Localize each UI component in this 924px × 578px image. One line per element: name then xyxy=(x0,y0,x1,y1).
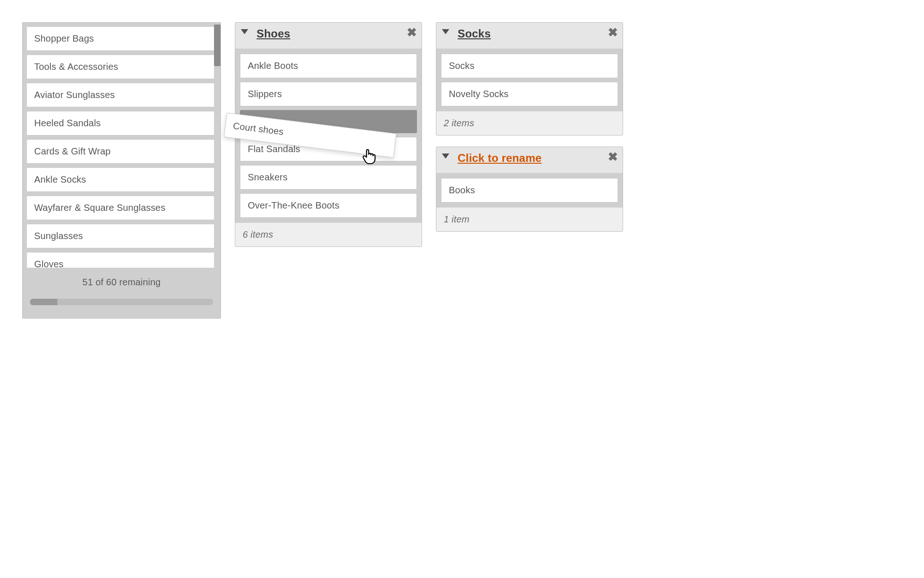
group-item[interactable]: Sneakers xyxy=(240,165,417,190)
group-header: Click to rename ✖ xyxy=(436,147,623,173)
source-item[interactable]: Ankle Socks xyxy=(26,167,217,192)
scrollbar-track[interactable] xyxy=(214,23,220,268)
svg-marker-2 xyxy=(442,154,449,159)
group-body[interactable]: Ankle BootsSlippersFlat SandalsSneakersO… xyxy=(235,49,422,222)
source-item[interactable]: Cards & Gift Wrap xyxy=(26,139,217,164)
group-item-count: 2 items xyxy=(436,111,623,135)
group-title[interactable]: Shoes xyxy=(257,27,290,40)
group-item[interactable]: Novelty Socks xyxy=(441,82,618,106)
progress-bar xyxy=(30,299,213,305)
group-item[interactable]: Flat Sandals xyxy=(240,137,417,161)
svg-marker-1 xyxy=(442,29,449,34)
group-title[interactable]: Socks xyxy=(458,27,491,40)
group-panel-shoes: Shoes ✖ Ankle BootsSlippersFlat SandalsS… xyxy=(235,22,422,247)
group-header: Shoes ✖ xyxy=(235,23,422,49)
group-body[interactable]: Books xyxy=(436,173,623,207)
group-item[interactable]: Ankle Boots xyxy=(240,54,417,78)
group-item-count: 6 items xyxy=(235,222,422,246)
svg-marker-0 xyxy=(241,29,248,34)
close-icon[interactable]: ✖ xyxy=(407,26,417,38)
close-icon[interactable]: ✖ xyxy=(608,151,618,163)
group-header: Socks ✖ xyxy=(436,23,623,49)
close-icon[interactable]: ✖ xyxy=(608,26,618,38)
scrollbar-thumb[interactable] xyxy=(214,25,220,66)
source-item[interactable]: Aviator Sunglasses xyxy=(26,83,217,107)
group-item[interactable]: Books xyxy=(441,178,618,203)
group-body[interactable]: SocksNovelty Socks xyxy=(436,49,623,111)
group-title-rename[interactable]: Click to rename xyxy=(458,152,542,165)
source-panel: Shopper BagsTools & AccessoriesAviator S… xyxy=(22,22,221,319)
source-item[interactable]: Wayfarer & Square Sunglasses xyxy=(26,196,217,220)
card-sort-canvas: Shopper BagsTools & AccessoriesAviator S… xyxy=(22,22,902,319)
source-item[interactable]: Shopper Bags xyxy=(26,26,217,51)
source-scroll-area[interactable]: Shopper BagsTools & AccessoriesAviator S… xyxy=(23,23,220,268)
chevron-down-icon[interactable] xyxy=(442,28,449,34)
source-item[interactable]: Heeled Sandals xyxy=(26,111,217,135)
group-item[interactable]: Socks xyxy=(441,54,618,78)
group-item[interactable]: Over-The-Knee Boots xyxy=(240,193,417,218)
remaining-count-text: 51 of 60 remaining xyxy=(27,277,216,288)
drop-placeholder[interactable] xyxy=(240,110,417,133)
group-item-count: 1 item xyxy=(436,207,623,231)
source-item[interactable]: Gloves xyxy=(26,252,217,268)
group-panel-new: Click to rename ✖ Books 1 item xyxy=(436,147,623,232)
group-panel-socks: Socks ✖ SocksNovelty Socks 2 items xyxy=(436,22,623,135)
chevron-down-icon[interactable] xyxy=(442,153,449,158)
source-footer: 51 of 60 remaining xyxy=(23,268,220,318)
progress-bar-fill xyxy=(30,299,57,305)
source-item[interactable]: Sunglasses xyxy=(26,224,217,248)
chevron-down-icon[interactable] xyxy=(241,28,248,34)
source-item[interactable]: Tools & Accessories xyxy=(26,55,217,79)
group-item[interactable]: Slippers xyxy=(240,82,417,106)
